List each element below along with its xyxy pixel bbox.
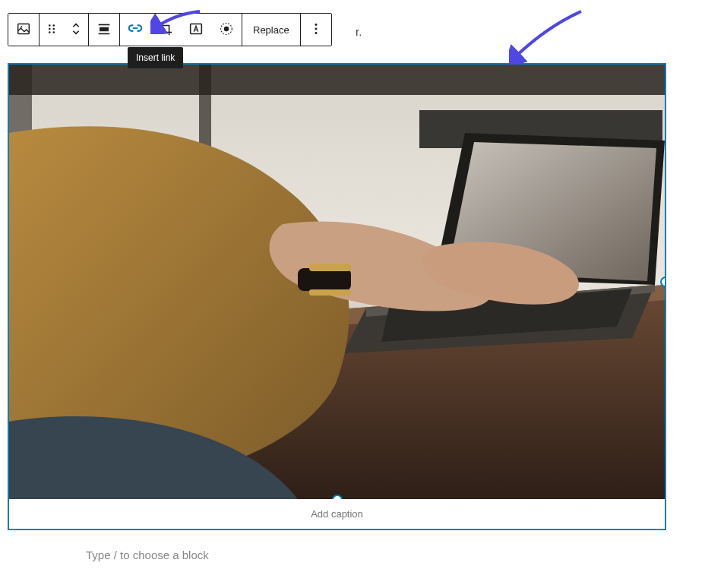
text-overlay-icon: [188, 21, 204, 40]
svg-point-16: [315, 27, 317, 30]
chevron-up-down-icon: [68, 21, 84, 40]
link-icon: [127, 21, 144, 40]
svg-rect-9: [100, 27, 109, 31]
insert-link-button[interactable]: [120, 14, 150, 46]
block-inserter-placeholder[interactable]: Type / to choose a block: [86, 548, 209, 561]
crop-button[interactable]: [150, 14, 181, 46]
more-vertical-icon: [308, 21, 324, 40]
svg-point-15: [315, 24, 317, 26]
replace-button[interactable]: Replace: [242, 14, 300, 46]
svg-point-7: [52, 31, 55, 33]
svg-rect-25: [309, 289, 351, 296]
block-toolbar: Replace: [8, 13, 332, 46]
svg-rect-19: [9, 65, 665, 95]
svg-point-4: [49, 27, 51, 30]
svg-point-17: [315, 32, 317, 34]
caption-input[interactable]: Add caption: [9, 499, 665, 529]
svg-rect-23: [298, 268, 351, 291]
block-inserter-text: Type / to choose a block: [86, 548, 209, 561]
more-options-button[interactable]: [301, 14, 331, 46]
tooltip-text: Insert link: [136, 52, 175, 63]
align-icon: [96, 21, 112, 40]
background-text: r.: [356, 25, 362, 38]
align-button[interactable]: [89, 14, 119, 46]
drag-handle-icon: [43, 21, 60, 40]
svg-point-5: [52, 27, 55, 30]
move-button[interactable]: [64, 14, 88, 46]
svg-point-14: [224, 26, 229, 30]
image-area[interactable]: [9, 65, 665, 499]
image-icon: [15, 21, 32, 40]
svg-point-3: [52, 24, 55, 27]
tooltip-insert-link: Insert link: [128, 47, 183, 68]
image-block[interactable]: Add caption: [8, 63, 666, 530]
duotone-button[interactable]: [211, 14, 242, 46]
text-overlay-button[interactable]: [181, 14, 211, 46]
crop-icon: [157, 21, 174, 40]
svg-point-6: [49, 31, 51, 33]
drag-handle-button[interactable]: [40, 14, 64, 46]
svg-rect-24: [309, 264, 351, 271]
duotone-icon: [218, 21, 235, 40]
svg-point-1: [21, 26, 22, 27]
image-block-button[interactable]: [8, 14, 39, 46]
image-content: [9, 65, 665, 499]
caption-placeholder: Add caption: [311, 508, 363, 520]
replace-label: Replace: [253, 24, 289, 36]
annotation-arrow-right: [509, 8, 585, 65]
svg-point-2: [49, 24, 51, 27]
